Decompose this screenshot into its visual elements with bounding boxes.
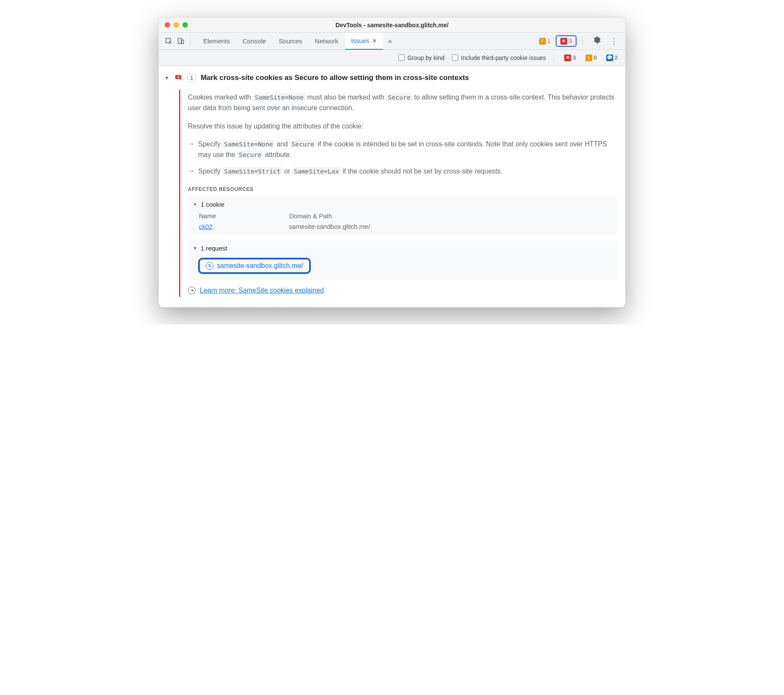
arrow-icon: →: [188, 167, 195, 177]
external-link-icon: ➔: [188, 287, 196, 294]
inspect-element-icon[interactable]: [163, 35, 175, 47]
devtools-window: DevTools - samesite-sandbox.glitch.me/ E…: [158, 17, 626, 308]
count: 2: [615, 54, 618, 61]
warning-icon: !: [539, 38, 546, 45]
checkbox-label: Include third-party cookie issues: [461, 54, 546, 61]
zoom-window-button[interactable]: [182, 22, 188, 28]
issue-body: Cookies marked with SameSite=None must a…: [179, 90, 625, 297]
block-title: 1 cookie: [201, 201, 224, 208]
titlebar: DevTools - samesite-sandbox.glitch.me/: [159, 17, 625, 33]
svg-rect-1: [178, 38, 182, 43]
window-title: DevTools - samesite-sandbox.glitch.me/: [159, 22, 625, 28]
cookie-domain-value: samesite-sandbox.glitch.me/: [289, 223, 612, 230]
request-row: ⇅ samesite-sandbox.glitch.me/: [193, 256, 612, 276]
checkbox-label: Group by kind: [407, 54, 444, 61]
tab-label: Sources: [279, 37, 302, 45]
count: 0: [594, 54, 597, 61]
cookie-resource-block: ▼ 1 cookie Name Domain & Path ck02 sames…: [188, 197, 617, 234]
count: 3: [573, 54, 576, 61]
checkbox-input[interactable]: [398, 54, 405, 61]
request-url: samesite-sandbox.glitch.me/: [217, 262, 303, 270]
error-icon: ✕: [560, 38, 567, 45]
traffic-lights: [159, 22, 188, 28]
separator: [582, 37, 583, 46]
code-snippet: Secure: [386, 93, 412, 101]
svg-rect-2: [182, 40, 184, 43]
tab-issues[interactable]: Issues ✕: [345, 33, 383, 50]
separator: [190, 37, 190, 46]
warning-count: 1: [548, 38, 551, 44]
main-toolbar: Elements Console Sources Network Issues …: [159, 33, 625, 50]
arrow-icon: →: [188, 140, 195, 160]
tab-elements[interactable]: Elements: [197, 33, 236, 50]
network-icon: ⇅: [206, 262, 213, 270]
affected-resources-heading: AFFECTED RESOURCES: [188, 186, 617, 192]
cookie-block-header[interactable]: ▼ 1 cookie: [193, 201, 612, 208]
device-toggle-icon[interactable]: [175, 35, 187, 47]
errors-badge-highlight: ✕ 3: [556, 35, 577, 47]
request-link-highlight[interactable]: ⇅ samesite-sandbox.glitch.me/: [198, 258, 311, 274]
tab-label: Console: [243, 37, 266, 45]
error-count: 3: [569, 38, 572, 44]
request-block-header[interactable]: ▼ 1 request: [193, 245, 612, 252]
expand-caret-icon[interactable]: ▼: [193, 202, 197, 207]
subbar-info[interactable]: 💬2: [604, 54, 620, 62]
issues-panel: ▼ ✕ 1 Mark cross-site cookies as Secure …: [159, 66, 625, 307]
toolbar-right: ! 1 ✕ 3 ⋮: [537, 35, 621, 47]
col-name-header: Name: [199, 212, 284, 219]
more-tabs-icon[interactable]: »: [384, 37, 396, 45]
panel-tabs: Elements Console Sources Network Issues …: [197, 33, 396, 50]
minimize-window-button[interactable]: [173, 22, 179, 28]
code-snippet: SameSite=None: [253, 93, 305, 101]
learn-more-row: ➔ Learn more: SameSite cookies explained: [188, 287, 617, 294]
resolution-item: → Specify SameSite=Strict or SameSite=La…: [188, 166, 617, 177]
code-snippet: SameSite=Strict: [222, 167, 282, 175]
more-menu-icon[interactable]: ⋮: [607, 37, 621, 46]
subbar-errors[interactable]: ✕3: [562, 54, 578, 62]
svg-text:✕: ✕: [176, 75, 179, 79]
close-window-button[interactable]: [165, 22, 170, 28]
errors-badge[interactable]: ✕ 3: [558, 37, 574, 46]
warning-icon: !: [585, 54, 592, 61]
code-snippet: Secure: [237, 151, 263, 159]
col-domain-header: Domain & Path: [289, 212, 612, 219]
close-tab-icon[interactable]: ✕: [372, 37, 377, 44]
expand-caret-icon[interactable]: ▼: [165, 75, 169, 80]
error-icon: ✕: [564, 54, 571, 61]
block-title: 1 request: [201, 245, 227, 252]
issue-description: Cookies marked with SameSite=None must a…: [188, 92, 617, 114]
error-flag-icon: ✕: [173, 74, 183, 83]
issue-resolve-intro: Resolve this issue by updating the attri…: [188, 121, 617, 132]
tab-label: Issues: [351, 37, 369, 44]
issues-subbar: Group by kind Include third-party cookie…: [159, 50, 625, 66]
tab-label: Network: [315, 37, 338, 45]
code-snippet: SameSite=Lax: [292, 167, 341, 175]
settings-icon[interactable]: [589, 36, 604, 46]
code-snippet: SameSite=None: [222, 140, 275, 148]
warnings-badge[interactable]: ! 1: [537, 37, 553, 46]
info-icon: 💬: [606, 54, 613, 61]
cookie-name-link[interactable]: ck02: [199, 223, 284, 230]
cookie-table: Name Domain & Path ck02 samesite-sandbox…: [193, 212, 612, 230]
tab-console[interactable]: Console: [237, 33, 272, 50]
tab-network[interactable]: Network: [309, 33, 344, 50]
expand-caret-icon[interactable]: ▼: [193, 246, 197, 251]
resolution-item: → Specify SameSite=None and Secure if th…: [188, 139, 617, 160]
code-snippet: Secure: [290, 140, 316, 148]
tab-label: Elements: [203, 37, 230, 45]
issue-counts: ✕3 !0 💬2: [562, 54, 620, 62]
tab-sources[interactable]: Sources: [273, 33, 308, 50]
resolution-text: Specify SameSite=Strict or SameSite=Lax …: [198, 166, 503, 177]
checkbox-input[interactable]: [452, 54, 458, 61]
subbar-warnings[interactable]: !0: [583, 54, 599, 62]
issue-count-pill: 1: [187, 74, 196, 82]
resolution-text: Specify SameSite=None and Secure if the …: [198, 139, 617, 160]
separator: [554, 54, 554, 62]
issue-header-row[interactable]: ▼ ✕ 1 Mark cross-site cookies as Secure …: [159, 71, 625, 85]
request-resource-block: ▼ 1 request ⇅ samesite-sandbox.glitch.me…: [188, 240, 617, 280]
learn-more-link[interactable]: Learn more: SameSite cookies explained: [200, 287, 324, 294]
group-by-kind-checkbox[interactable]: Group by kind: [398, 54, 444, 61]
issue-title: Mark cross-site cookies as Secure to all…: [201, 74, 469, 82]
third-party-checkbox[interactable]: Include third-party cookie issues: [452, 54, 546, 61]
